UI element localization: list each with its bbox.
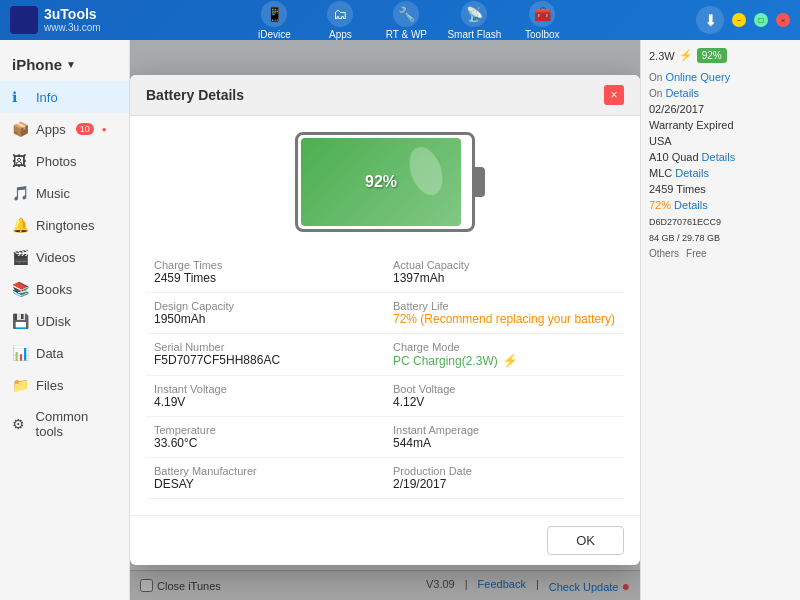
warranty-row: Warranty Expired: [649, 119, 792, 131]
app-logo: 3uTools www.3u.com: [10, 6, 101, 35]
modal-overlay: Battery Details × 92%: [130, 40, 640, 600]
details-row: On Details: [649, 87, 792, 99]
temperature-cell: Temperature 33.60°C: [146, 417, 385, 458]
data-icon: 📊: [12, 345, 28, 361]
battery-watt-text: 2.3W: [649, 50, 675, 62]
online-query-row: On Online Query: [649, 71, 792, 83]
date-row: 02/26/2017: [649, 103, 792, 115]
idevice-icon: 📱: [261, 1, 287, 27]
toolbar-idevice[interactable]: 📱 iDevice: [249, 1, 299, 40]
sidebar-item-files[interactable]: 📁 Files: [0, 369, 129, 401]
battery-details-modal: Battery Details × 92%: [130, 75, 640, 565]
toolbar-icons: 📱 iDevice 🗂 Apps 🔧 RT & WP 📡 Smart Flash…: [121, 1, 696, 40]
others-free-row: Others Free: [649, 247, 792, 259]
files-icon: 📁: [12, 377, 28, 393]
apps-icon: 🗂: [327, 1, 353, 27]
rtwp-icon: 🔧: [393, 1, 419, 27]
sidebar-item-udisk[interactable]: 💾 UDisk: [0, 305, 129, 337]
sidebar: iPhone ▼ ℹ Info 📦 Apps 10 ● 🖼 Photos 🎵 M…: [0, 40, 130, 600]
country-row: USA: [649, 135, 792, 147]
main-layout: iPhone ▼ ℹ Info 📦 Apps 10 ● 🖼 Photos 🎵 M…: [0, 40, 800, 600]
mlc-details-link[interactable]: Details: [675, 167, 709, 179]
sidebar-item-videos[interactable]: 🎬 Videos: [0, 241, 129, 273]
toolbar-toolbox[interactable]: 🧰 Toolbox: [517, 1, 567, 40]
charge-mode-cell: Charge Mode PC Charging(2.3W) ⚡: [385, 334, 624, 376]
battery-visual-container: 92%: [146, 132, 624, 232]
logo-text: 3uTools www.3u.com: [44, 6, 101, 35]
toolbar-rtwp[interactable]: 🔧 RT & WP: [381, 1, 431, 40]
download-button[interactable]: ⬇: [696, 6, 724, 34]
books-icon: 📚: [12, 281, 28, 297]
sidebar-item-common[interactable]: ⚙ Common tools: [0, 401, 129, 447]
bolt-icon: ⚡: [502, 353, 518, 368]
music-icon: 🎵: [12, 185, 28, 201]
right-panel: 2.3W ⚡ 92% On Online Query On Details 02…: [640, 40, 800, 600]
production-date-cell: Production Date 2/19/2017: [385, 458, 624, 499]
window-controls: ⬇ − □ ×: [696, 6, 790, 34]
info-icon: ℹ: [12, 89, 28, 105]
actual-capacity-cell: Actual Capacity 1397mAh: [385, 252, 624, 293]
iphone-label: iPhone: [12, 56, 62, 73]
battery-tip: [475, 167, 485, 197]
minimize-button[interactable]: −: [732, 13, 746, 27]
sidebar-device-header[interactable]: iPhone ▼: [0, 48, 129, 81]
battery-shine: [403, 142, 448, 199]
instant-amperage-cell: Instant Amperage 544mA: [385, 417, 624, 458]
apps-dot: ●: [102, 125, 107, 134]
charge-times-label-cell: Charge Times 2459 Times: [146, 252, 385, 293]
apps-sidebar-icon: 📦: [12, 121, 28, 137]
battery-life-cell: Battery Life 72% (Recommend replacing yo…: [385, 293, 624, 334]
battery-manufacturer-cell: Battery Manufacturer DESAY: [146, 458, 385, 499]
battery-fill: 92%: [301, 138, 461, 226]
mlc-row: MLC Details: [649, 167, 792, 179]
battery-percent-text: 92%: [365, 173, 397, 191]
sidebar-item-apps[interactable]: 📦 Apps 10 ●: [0, 113, 129, 145]
udisk-icon: 💾: [12, 313, 28, 329]
ok-button[interactable]: OK: [547, 526, 624, 555]
modal-body: 92% Charge Times 2459 Times: [130, 116, 640, 515]
logo-box: [10, 6, 38, 34]
online-query-link[interactable]: Online Query: [665, 71, 730, 83]
charge-times-row: 2459 Times: [649, 183, 792, 195]
battery-indicator: 2.3W ⚡ 92%: [649, 48, 792, 63]
battery-visual: 92%: [295, 132, 475, 232]
ringtones-icon: 🔔: [12, 217, 28, 233]
photos-icon: 🖼: [12, 153, 28, 169]
content-area: 🔄 Backup/Restore 📺 3uAirPlayer 🎵 Make Ri…: [130, 40, 640, 600]
sidebar-item-ringtones[interactable]: 🔔 Ringtones: [0, 209, 129, 241]
sidebar-item-photos[interactable]: 🖼 Photos: [0, 145, 129, 177]
chevron-down-icon: ▼: [66, 59, 76, 70]
serial-row: D6D270761ECC9: [649, 215, 792, 227]
chip-row: A10 Quad Details: [649, 151, 792, 163]
toolbar-smartflash[interactable]: 📡 Smart Flash: [447, 1, 501, 40]
battery-life-link[interactable]: Details: [674, 199, 708, 211]
sidebar-item-data[interactable]: 📊 Data: [0, 337, 129, 369]
toolbar-apps[interactable]: 🗂 Apps: [315, 1, 365, 40]
storage-row: 84 GB / 29.78 GB: [649, 231, 792, 243]
chip-details-link[interactable]: Details: [702, 151, 736, 163]
modal-footer: OK: [130, 515, 640, 565]
battery-pct-badge: 92%: [697, 48, 727, 63]
common-icon: ⚙: [12, 416, 28, 432]
window-close-button[interactable]: ×: [776, 13, 790, 27]
modal-close-button[interactable]: ×: [604, 85, 624, 105]
serial-number-cell: Serial Number F5D7077CF5HH886AC: [146, 334, 385, 376]
battery-data-grid: Charge Times 2459 Times Actual Capacity …: [146, 252, 624, 499]
maximize-button[interactable]: □: [754, 13, 768, 27]
smartflash-icon: 📡: [461, 1, 487, 27]
bolt-right-icon: ⚡: [679, 49, 693, 62]
sidebar-item-info[interactable]: ℹ Info: [0, 81, 129, 113]
boot-voltage-cell: Boot Voltage 4.12V: [385, 376, 624, 417]
design-capacity-cell: Design Capacity 1950mAh: [146, 293, 385, 334]
modal-title: Battery Details: [146, 87, 244, 103]
apps-badge: 10: [76, 123, 94, 135]
title-bar: 3uTools www.3u.com 📱 iDevice 🗂 Apps 🔧 RT…: [0, 0, 800, 40]
sidebar-item-books[interactable]: 📚 Books: [0, 273, 129, 305]
details-link[interactable]: Details: [665, 87, 699, 99]
videos-icon: 🎬: [12, 249, 28, 265]
sidebar-item-music[interactable]: 🎵 Music: [0, 177, 129, 209]
instant-voltage-cell: Instant Voltage 4.19V: [146, 376, 385, 417]
modal-header: Battery Details ×: [130, 75, 640, 116]
toolbox-icon: 🧰: [529, 1, 555, 27]
battery-life-row: 72% Details: [649, 199, 792, 211]
